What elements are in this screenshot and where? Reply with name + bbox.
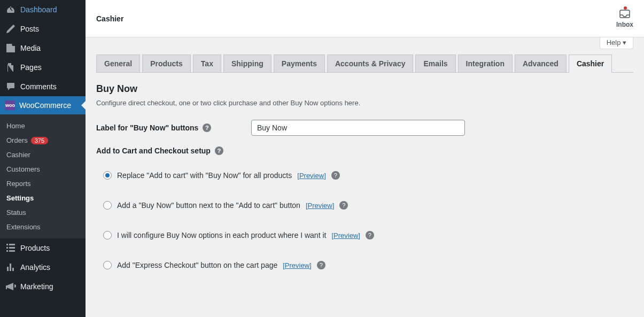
main-content: Cashier Inbox Help ▾ General Products Ta… xyxy=(86,0,644,317)
section-description: Configure direct checkout, one or two cl… xyxy=(96,99,633,107)
dashboard-icon xyxy=(5,4,16,15)
help-bar: Help ▾ xyxy=(86,37,644,49)
tab-general[interactable]: General xyxy=(96,55,140,72)
submenu-settings[interactable]: Settings xyxy=(0,191,86,205)
tab-cashier[interactable]: Cashier xyxy=(569,55,612,73)
sidebar-item-posts[interactable]: Posts xyxy=(0,19,86,38)
help-icon[interactable]: ? xyxy=(339,201,348,210)
sidebar-item-comments[interactable]: Comments xyxy=(0,77,86,96)
sidebar-label: Posts xyxy=(20,25,39,33)
submenu-status[interactable]: Status xyxy=(0,205,86,220)
submenu-home[interactable]: Home xyxy=(0,119,86,133)
inbox-button[interactable]: Inbox xyxy=(616,9,633,28)
radio-option-1[interactable] xyxy=(103,171,112,180)
radio-option-2[interactable] xyxy=(103,201,112,210)
tab-payments[interactable]: Payments xyxy=(274,55,325,72)
setup-section-label: Add to Cart and Checkout setup ? xyxy=(96,146,633,155)
submenu-reports[interactable]: Reports xyxy=(0,176,86,191)
sidebar-label: Media xyxy=(20,44,41,52)
woo-icon: woo xyxy=(5,100,15,110)
preview-link[interactable]: Preview xyxy=(283,261,312,269)
label-field-label: Label for "Buy Now" buttons ? xyxy=(96,123,251,132)
help-icon[interactable]: ? xyxy=(203,123,211,132)
sidebar-item-media[interactable]: Media xyxy=(0,38,86,58)
submenu-extensions[interactable]: Extensions xyxy=(0,220,86,234)
sidebar-item-products[interactable]: Products xyxy=(0,238,86,258)
sidebar-label: Pages xyxy=(20,63,42,72)
preview-link[interactable]: Preview xyxy=(306,202,335,210)
preview-link[interactable]: Preview xyxy=(297,172,326,180)
sidebar-submenu: Home Orders375 Cashier Customers Reports… xyxy=(0,114,86,238)
label-field-row: Label for "Buy Now" buttons ? xyxy=(96,120,633,136)
sidebar-label: Products xyxy=(20,244,50,252)
sidebar-item-dashboard[interactable]: Dashboard xyxy=(0,0,86,19)
sidebar-item-woocommerce[interactable]: woo WooCommerce xyxy=(0,96,86,114)
marketing-icon xyxy=(5,281,16,292)
tab-accounts[interactable]: Accounts & Privacy xyxy=(327,55,414,72)
sidebar-label: Marketing xyxy=(20,282,53,291)
products-icon xyxy=(5,243,16,253)
preview-link[interactable]: Preview xyxy=(331,231,360,239)
sidebar-label: Analytics xyxy=(20,263,50,272)
help-icon[interactable]: ? xyxy=(366,231,374,239)
tab-tax[interactable]: Tax xyxy=(193,55,221,72)
orders-badge: 375 xyxy=(31,137,48,144)
option-configure-per-product: I will configure Buy Now options in each… xyxy=(103,231,633,239)
option-add-buy-now-button: Add a "Buy Now" button next to the "Add … xyxy=(103,201,633,210)
tab-shipping[interactable]: Shipping xyxy=(223,55,271,72)
submenu-cashier[interactable]: Cashier xyxy=(0,148,86,162)
submenu-orders[interactable]: Orders375 xyxy=(0,133,86,148)
help-tab[interactable]: Help ▾ xyxy=(600,37,633,49)
notification-dot xyxy=(624,6,627,10)
posts-icon xyxy=(5,24,16,34)
media-icon xyxy=(5,43,16,53)
sidebar-item-pages[interactable]: Pages xyxy=(0,58,86,77)
analytics-icon xyxy=(5,262,16,273)
tab-integration[interactable]: Integration xyxy=(458,55,513,72)
admin-sidebar: Dashboard Posts Media Pages Comments woo… xyxy=(0,0,86,317)
pages-icon xyxy=(5,62,16,73)
tab-products[interactable]: Products xyxy=(142,55,191,72)
tab-advanced[interactable]: Advanced xyxy=(515,55,567,72)
page-header: Cashier Inbox xyxy=(86,0,644,37)
sidebar-label: WooCommerce xyxy=(19,101,71,110)
inbox-icon xyxy=(618,9,631,19)
help-icon[interactable]: ? xyxy=(331,171,340,180)
sidebar-item-analytics[interactable]: Analytics xyxy=(0,258,86,277)
option-express-checkout: Add "Express Checkout" button on the car… xyxy=(103,261,633,269)
buy-now-label-input[interactable] xyxy=(251,120,465,136)
page-title: Cashier xyxy=(96,14,123,23)
help-icon[interactable]: ? xyxy=(317,261,325,269)
comments-icon xyxy=(5,81,16,92)
sidebar-label: Dashboard xyxy=(20,5,57,14)
option-replace-add-to-cart: Replace "Add to cart" with "Buy Now" for… xyxy=(103,171,633,180)
settings-content: General Products Tax Shipping Payments A… xyxy=(86,49,644,317)
submenu-customers[interactable]: Customers xyxy=(0,162,86,176)
tab-emails[interactable]: Emails xyxy=(415,55,455,72)
sidebar-item-marketing[interactable]: Marketing xyxy=(0,277,86,296)
radio-option-3[interactable] xyxy=(103,231,112,239)
help-icon[interactable]: ? xyxy=(215,146,223,155)
settings-tabs: General Products Tax Shipping Payments A… xyxy=(96,55,633,73)
radio-option-4[interactable] xyxy=(103,261,112,269)
section-title: Buy Now xyxy=(96,83,633,95)
sidebar-label: Comments xyxy=(20,82,57,91)
